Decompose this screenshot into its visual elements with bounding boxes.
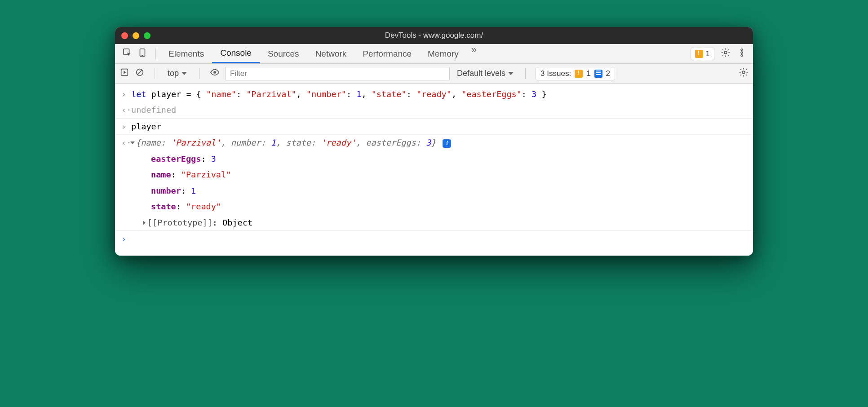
clear-console-icon[interactable] xyxy=(135,67,145,80)
tab-elements[interactable]: Elements xyxy=(160,44,212,63)
chevron-down-icon xyxy=(508,72,514,75)
panel-tabs: Elements Console Sources Network Perform… xyxy=(160,44,481,63)
object-summary[interactable]: {name: 'Parzival', number: 1, state: 're… xyxy=(131,136,747,150)
console-settings-gear-icon[interactable] xyxy=(739,67,748,80)
panel-tabbar: Elements Console Sources Network Perform… xyxy=(115,44,753,64)
console-toolbar: top Default levels 3 Issues: 1 2 xyxy=(115,64,753,84)
svg-point-12 xyxy=(742,71,745,74)
toggle-sidebar-icon[interactable] xyxy=(120,67,129,80)
info-icon xyxy=(594,70,602,78)
tab-sources[interactable]: Sources xyxy=(260,44,307,63)
close-icon[interactable] xyxy=(121,32,128,39)
context-label: top xyxy=(168,69,179,78)
prompt-chevron-icon: › xyxy=(121,232,131,246)
separator xyxy=(525,68,526,79)
tabs-overflow-icon[interactable]: » xyxy=(467,44,481,63)
issues-warn-count: 1 xyxy=(586,69,590,78)
svg-marker-8 xyxy=(124,71,126,74)
separator xyxy=(199,68,200,79)
output-undefined: undefined xyxy=(131,103,747,117)
minimize-icon[interactable] xyxy=(133,32,139,39)
log-levels-selector[interactable]: Default levels xyxy=(455,69,515,78)
svg-point-5 xyxy=(741,52,743,53)
object-property-row[interactable]: name: "Parzival" xyxy=(115,167,753,182)
console-output-row: ‹· undefined xyxy=(115,102,753,118)
console-input-row[interactable]: › player xyxy=(115,118,753,134)
svg-point-6 xyxy=(741,55,743,57)
object-property-row[interactable]: state: "ready" xyxy=(115,199,753,214)
console-input-text: let player = { "name": "Parzival", "numb… xyxy=(131,87,747,101)
inspect-element-icon[interactable] xyxy=(122,48,132,60)
svg-point-11 xyxy=(213,71,216,74)
device-toolbar-icon[interactable] xyxy=(137,48,147,60)
tab-performance[interactable]: Performance xyxy=(354,44,420,63)
object-prototype-row[interactable]: [[Prototype]]: Object xyxy=(115,215,753,230)
more-menu-icon[interactable] xyxy=(737,48,747,60)
output-chevron-icon: ‹· xyxy=(121,136,131,150)
prompt-input[interactable] xyxy=(131,232,747,246)
disclosure-triangle-icon[interactable] xyxy=(143,221,146,225)
object-property-row[interactable]: number: 1 xyxy=(115,183,753,199)
warning-count: 1 xyxy=(706,49,710,58)
issues-pill[interactable]: 3 Issues: 1 2 xyxy=(536,67,615,80)
console-prompt[interactable]: › xyxy=(115,230,753,247)
warnings-badge[interactable]: 1 xyxy=(691,48,714,60)
separator xyxy=(155,68,155,79)
tab-console[interactable]: Console xyxy=(212,44,260,63)
warning-icon xyxy=(695,50,703,58)
live-expression-icon[interactable] xyxy=(210,67,220,80)
info-badge-icon[interactable]: i xyxy=(443,139,451,148)
svg-line-10 xyxy=(137,70,142,74)
levels-label: Default levels xyxy=(457,69,505,78)
chevron-down-icon xyxy=(182,72,187,75)
object-property-row[interactable]: easterEggs: 3 xyxy=(115,151,753,167)
traffic-lights xyxy=(121,32,151,39)
console-body[interactable]: › let player = { "name": "Parzival", "nu… xyxy=(115,84,753,256)
console-input-row[interactable]: › let player = { "name": "Parzival", "nu… xyxy=(115,86,753,102)
console-input-text: player xyxy=(131,119,747,133)
zoom-icon[interactable] xyxy=(144,32,151,39)
tab-memory[interactable]: Memory xyxy=(420,44,467,63)
svg-point-4 xyxy=(741,49,743,51)
settings-gear-icon[interactable] xyxy=(721,48,731,60)
output-chevron-icon: ‹· xyxy=(121,103,131,117)
titlebar: DevTools - www.google.com/ xyxy=(115,27,753,44)
svg-point-3 xyxy=(724,51,727,54)
tab-network[interactable]: Network xyxy=(307,44,355,63)
warning-icon xyxy=(575,70,583,78)
issues-label: 3 Issues: xyxy=(540,69,571,78)
console-output-row[interactable]: ‹· {name: 'Parzival', number: 1, state: … xyxy=(115,134,753,150)
input-chevron-icon: › xyxy=(121,119,131,133)
separator xyxy=(155,49,156,59)
window-title: DevTools - www.google.com/ xyxy=(115,31,753,40)
issues-info-count: 2 xyxy=(606,69,610,78)
context-selector[interactable]: top xyxy=(165,67,190,80)
filter-input[interactable] xyxy=(225,67,450,80)
disclosure-triangle-icon[interactable] xyxy=(130,142,135,144)
devtools-window: DevTools - www.google.com/ Elements Cons… xyxy=(115,27,753,256)
input-chevron-icon: › xyxy=(121,87,131,101)
